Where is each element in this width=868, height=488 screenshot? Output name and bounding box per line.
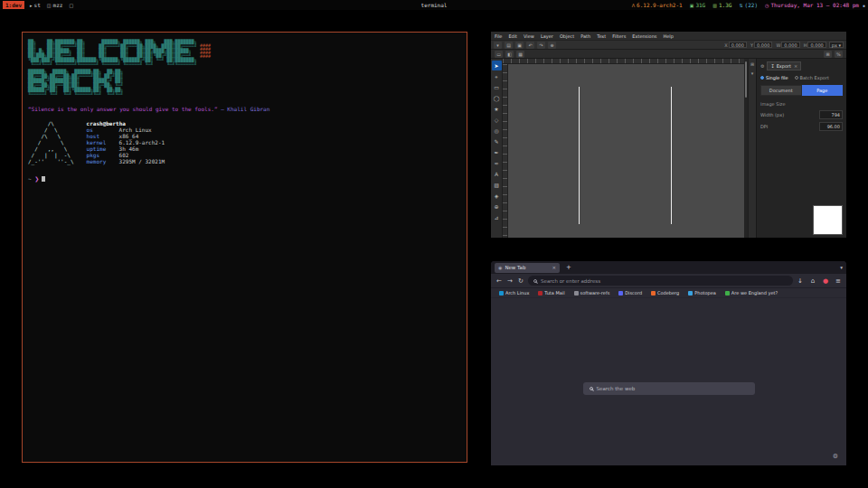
export-preview-thumbnail bbox=[813, 205, 843, 235]
forward-icon[interactable]: → bbox=[506, 277, 514, 285]
snap-icon[interactable]: ⊞ bbox=[750, 61, 754, 67]
coordinate-field[interactable]: W 0.000 bbox=[776, 42, 799, 48]
menu-item[interactable]: Text bbox=[597, 33, 606, 39]
ellipse-tool[interactable]: ◯ bbox=[492, 93, 502, 103]
dialog-settings-icon[interactable]: ⚙ bbox=[760, 63, 764, 69]
text-tool[interactable]: A bbox=[492, 169, 502, 179]
selector-tool[interactable]: ➤ bbox=[492, 61, 502, 70]
canvas[interactable] bbox=[508, 64, 744, 238]
menu-item[interactable]: Path bbox=[580, 33, 590, 39]
menu-item[interactable]: Layer bbox=[541, 33, 553, 39]
module-icon: ▥ bbox=[712, 3, 717, 8]
fetch-row: pkgs602 bbox=[87, 152, 165, 158]
spiral-tool[interactable]: ◎ bbox=[492, 126, 502, 136]
menu-item[interactable]: Object bbox=[560, 33, 574, 39]
menu-item[interactable]: Filters bbox=[612, 33, 626, 39]
close-icon[interactable]: × bbox=[794, 63, 797, 69]
unit-dropdown[interactable]: px ▾ bbox=[829, 42, 844, 48]
pen-tool[interactable]: ✒ bbox=[492, 147, 502, 157]
snap-percent-icon[interactable]: % bbox=[835, 51, 843, 58]
bookmark-item[interactable]: software-refs bbox=[574, 290, 610, 296]
export-dock-tab[interactable]: ↧ Export × bbox=[767, 61, 801, 70]
disk-module: ▣ 31G bbox=[690, 2, 706, 8]
snap-node-icon[interactable]: ◧ bbox=[505, 51, 514, 58]
size-value-field[interactable]: 794 bbox=[819, 110, 843, 119]
selector-options-dropdown[interactable]: ▾ bbox=[494, 42, 502, 49]
coordinate-field[interactable]: X 0.000 bbox=[724, 42, 747, 48]
export-panel: ⚙ ↧ Export × Single file Batch Export Do bbox=[756, 59, 846, 238]
shell-prompt[interactable]: ~ ❯ bbox=[28, 175, 461, 182]
undo-icon[interactable]: ↶ bbox=[526, 42, 534, 49]
tray-icon[interactable]: ▪ bbox=[863, 3, 865, 8]
url-bar[interactable]: Search or enter address bbox=[528, 276, 793, 286]
measure-tool[interactable]: ⊿ bbox=[492, 212, 502, 222]
canvas-vertical-scrollbar[interactable] bbox=[744, 59, 748, 238]
pencil-tool[interactable]: ✎ bbox=[492, 136, 502, 146]
module-icon: ⇅ bbox=[739, 3, 742, 8]
fetch-output: /\ / \ /\ \ / \ / ,, \ / | | -\ /_-'' ''… bbox=[28, 120, 461, 164]
coordinate-field[interactable]: Y 0.000 bbox=[750, 42, 772, 48]
zoom-icon[interactable]: ⊕ bbox=[548, 42, 556, 49]
home-icon[interactable]: ⌂ bbox=[809, 277, 816, 285]
inkscape-window: FileEditViewLayerObjectPathTextFiltersEx… bbox=[491, 32, 846, 238]
bookmark-item[interactable]: Are we England yet? bbox=[725, 290, 778, 296]
workspace-indicator[interactable]: 1:dev bbox=[3, 1, 24, 9]
tab-new-tab[interactable]: ◉ New Tab × bbox=[495, 263, 560, 273]
tab-list-chevron-icon[interactable]: ▾ bbox=[840, 265, 843, 270]
downloads-icon[interactable]: ↓ bbox=[797, 277, 804, 285]
recording-indicator-icon[interactable]: ● bbox=[822, 277, 829, 285]
web-search-input[interactable]: Search the web bbox=[583, 382, 755, 395]
menu-item[interactable]: Extensions bbox=[632, 33, 656, 39]
memory-module: ▥ 1.3G bbox=[712, 2, 731, 8]
status-bar: 1:dev ▸ st ◫ mzz □ terminal Λ 6.12.9-arc… bbox=[0, 0, 868, 10]
settings-gear-icon[interactable]: ⚙ bbox=[833, 453, 838, 460]
export-size-row: DPI 96.00 bbox=[760, 122, 843, 131]
bookmark-item[interactable]: Photopea bbox=[688, 290, 716, 296]
gradient-tool[interactable]: ▨ bbox=[492, 180, 502, 190]
back-icon[interactable]: ← bbox=[495, 277, 503, 285]
zoom-tool[interactable]: ⊕ bbox=[492, 202, 502, 211]
menu-icon[interactable]: ≡ bbox=[835, 277, 842, 285]
menu-item[interactable]: View bbox=[524, 33, 534, 39]
scrollbar-thumb[interactable] bbox=[745, 61, 747, 98]
calligraphy-tool[interactable]: ≈ bbox=[492, 158, 502, 168]
export-mode-toggle[interactable]: Single file bbox=[760, 75, 788, 80]
star-tool[interactable]: ★ bbox=[492, 104, 502, 114]
duplicate-icon[interactable]: ▣ bbox=[515, 42, 524, 49]
bookmark-item[interactable]: Codeberg bbox=[651, 290, 679, 296]
box3d-tool[interactable]: ◇ bbox=[492, 115, 502, 125]
navigation-toolbar: ←→↻ Search or enter address ↓⌂●≡ bbox=[491, 274, 846, 288]
bookmark-item[interactable]: Discord bbox=[618, 290, 642, 296]
new-tab-button[interactable]: + bbox=[563, 264, 574, 271]
size-value-field[interactable]: 96.00 bbox=[819, 122, 843, 131]
document-icon[interactable]: ▤ bbox=[505, 42, 513, 49]
bookmark-item[interactable]: Arch Linux bbox=[499, 290, 529, 296]
snap-bbox-icon[interactable]: ▭ bbox=[495, 51, 503, 58]
menu-item[interactable]: Help bbox=[663, 33, 673, 39]
tab-title: New Tab bbox=[505, 265, 525, 270]
window-indicator[interactable]: □ bbox=[69, 2, 75, 8]
snap-toggle-icon[interactable]: ⊞ bbox=[824, 51, 832, 58]
dropper-tool[interactable]: ◈ bbox=[492, 191, 502, 201]
menu-item[interactable]: Edit bbox=[508, 33, 517, 39]
menu-item[interactable]: File bbox=[495, 33, 502, 39]
fetch-row: uptime3h 46m bbox=[87, 145, 165, 152]
terminal-window[interactable]: ██╗ ██╗███████╗██╗ ██████╗ ██████╗ ███╗ … bbox=[22, 32, 467, 463]
window-indicator[interactable]: ▸ st bbox=[30, 2, 41, 8]
search-icon bbox=[533, 279, 537, 283]
coordinate-field[interactable]: H 0.000 bbox=[804, 42, 826, 48]
rectangle-tool[interactable]: ▭ bbox=[492, 82, 502, 92]
window-indicator[interactable]: ◫ mzz bbox=[47, 2, 63, 8]
export-mode-toggle[interactable]: Batch Export bbox=[795, 75, 829, 80]
redo-icon[interactable]: ↷ bbox=[537, 42, 545, 49]
snap-grid-icon[interactable]: ▦ bbox=[516, 51, 524, 58]
reload-icon[interactable]: ↻ bbox=[517, 277, 524, 285]
snap-options-icon[interactable]: ▾ bbox=[751, 70, 754, 76]
export-area-button[interactable]: Document bbox=[760, 85, 802, 96]
tab-close-icon[interactable]: × bbox=[552, 265, 556, 270]
ascii-banner-accent: #### #### #### #### bbox=[200, 43, 211, 58]
export-area-button[interactable]: Page bbox=[802, 85, 844, 96]
node-tool[interactable]: ⌖ bbox=[492, 71, 502, 81]
new-tab-page: Search the web ⚙ bbox=[491, 298, 846, 465]
bookmark-item[interactable]: Tuta Mail bbox=[538, 290, 564, 296]
